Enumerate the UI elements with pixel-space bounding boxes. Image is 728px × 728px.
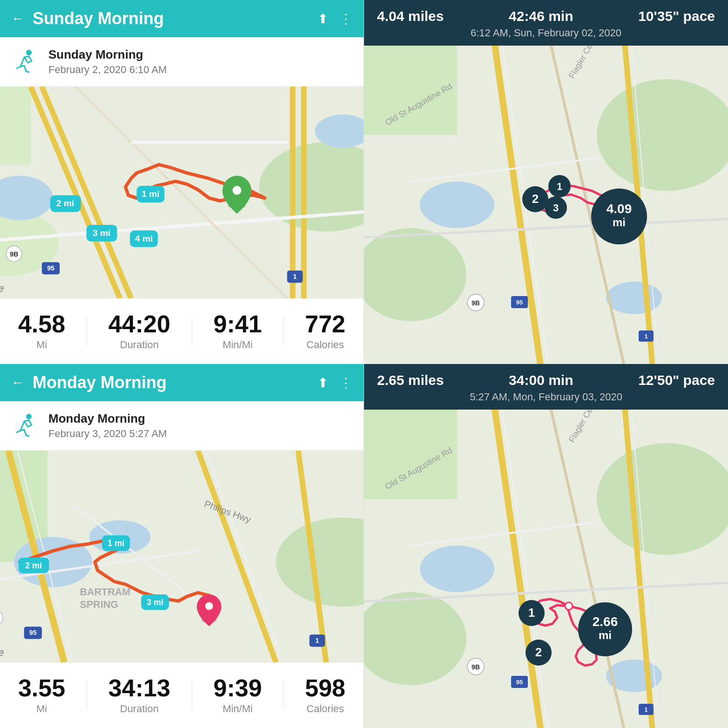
svg-point-99 [420, 546, 494, 592]
svg-text:1: 1 [315, 637, 319, 644]
monday-stats: 3.55 Mi 34:13 Duration 9:39 Min/Mi 598 C… [0, 662, 364, 728]
svg-text:2 mi: 2 mi [25, 561, 42, 570]
monday-pace-label: Min/Mi [222, 703, 253, 715]
svg-text:95: 95 [47, 264, 54, 272]
svg-text:9B: 9B [10, 250, 18, 258]
sunday-activity-date: February 2, 2020 6:10 AM [48, 64, 167, 76]
svg-text:1 mi: 1 mi [108, 539, 124, 548]
sunday-stats: 4.58 Mi 44:20 Duration 9:41 Min/Mi 772 C… [0, 298, 364, 364]
svg-rect-3 [0, 87, 31, 165]
svg-point-35 [420, 182, 494, 228]
sunday-run-pace: 10'35" pace [638, 8, 715, 24]
monday-calories-label: Calories [306, 703, 344, 715]
sunday-run-time: 42:46 min [509, 8, 573, 24]
sunday-divider-2 [192, 317, 192, 345]
svg-text:1: 1 [293, 273, 297, 280]
svg-text:Google: Google [0, 283, 4, 294]
monday-left-map[interactable]: Philips Hwy BARTRAM SPRING 2 mi 1 mi 3 m… [0, 451, 364, 662]
sunday-right-panel: 4.04 miles 42:46 min 10'35" pace 6:12 AM… [364, 0, 728, 364]
svg-text:Google: Google [0, 647, 4, 658]
sunday-duration-stat: 44:20 Duration [108, 312, 170, 351]
sunday-run-header: 4.04 miles 42:46 min 10'35" pace 6:12 AM… [364, 0, 728, 46]
sunday-pace-stat: 9:41 Min/Mi [214, 312, 262, 351]
sunday-left-map[interactable]: 2 mi 3 mi 1 mi 4 mi 9B 95 1 Google [0, 87, 364, 298]
monday-run-header: 2.65 miles 34:00 min 12'50" pace 5:27 AM… [364, 364, 728, 410]
sunday-calories-label: Calories [306, 339, 344, 351]
svg-text:3: 3 [553, 202, 559, 214]
sunday-duration-label: Duration [120, 339, 159, 351]
svg-text:3 mi: 3 mi [93, 228, 110, 238]
monday-more-icon[interactable]: ⋮ [339, 375, 352, 391]
monday-route-map[interactable]: Old St Augustine Rd Flagler Center Blvd … [364, 410, 728, 728]
svg-text:mi: mi [599, 629, 612, 641]
monday-header: ← Monday Morning ⬆ ⋮ [0, 364, 364, 401]
svg-text:95: 95 [516, 299, 523, 306]
sunday-left-panel: ← Sunday Morning ⬆ ⋮ Sunday Morning Febr… [0, 0, 364, 364]
sunday-duration-value: 44:20 [108, 312, 170, 336]
monday-back-button[interactable]: ← [11, 375, 24, 390]
svg-text:4 mi: 4 mi [135, 234, 153, 243]
svg-text:9B: 9B [472, 663, 480, 671]
monday-run-header-top: 2.65 miles 34:00 min 12'50" pace [377, 372, 715, 388]
sunday-run-miles: 4.04 miles [377, 8, 444, 24]
svg-text:2.66: 2.66 [593, 614, 618, 629]
monday-calories-stat: 598 Calories [305, 676, 345, 715]
sunday-share-icon[interactable]: ⬆ [317, 11, 328, 27]
sunday-calories-value: 772 [305, 312, 345, 336]
svg-text:2: 2 [532, 192, 539, 206]
svg-text:1: 1 [644, 706, 647, 713]
svg-text:SPRING: SPRING [80, 599, 118, 610]
monday-duration-stat: 34:13 Duration [108, 676, 170, 715]
svg-point-0 [26, 50, 32, 55]
sunday-more-icon[interactable]: ⋮ [339, 11, 352, 27]
monday-pace-value: 9:39 [214, 676, 262, 700]
svg-text:1: 1 [528, 606, 535, 620]
svg-text:4.09: 4.09 [607, 202, 632, 216]
monday-left-panel: ← Monday Morning ⬆ ⋮ Monday Morning Febr… [0, 364, 364, 728]
monday-divider-2 [192, 681, 192, 709]
svg-text:2: 2 [535, 645, 542, 659]
sunday-distance-stat: 4.58 Mi [18, 312, 65, 351]
svg-text:3 mi: 3 mi [147, 598, 163, 607]
svg-text:9B: 9B [472, 299, 480, 307]
monday-share-icon[interactable]: ⬆ [317, 375, 328, 391]
monday-distance-value: 3.55 [18, 676, 65, 700]
svg-text:1: 1 [644, 333, 647, 340]
sunday-run-icon [11, 48, 39, 76]
monday-distance-stat: 3.55 Mi [18, 676, 65, 715]
sunday-header-title: Sunday Morning [33, 9, 306, 28]
monday-distance-label: Mi [36, 703, 47, 715]
sunday-distance-value: 4.58 [18, 312, 65, 336]
sunday-route-map[interactable]: Old St Augustine Rd Flagler Center Blvd … [364, 46, 728, 364]
monday-activity-name: Monday Morning [48, 411, 167, 426]
svg-text:mi: mi [613, 216, 626, 229]
monday-right-panel: 2.65 miles 34:00 min 12'50" pace 5:27 AM… [364, 364, 728, 728]
monday-duration-label: Duration [120, 703, 159, 715]
monday-divider-1 [87, 681, 87, 709]
monday-run-icon [11, 412, 39, 440]
monday-activity-date: February 3, 2020 5:27 AM [48, 428, 167, 440]
svg-point-62 [26, 414, 32, 419]
sunday-run-date: 6:12 AM, Sun, February 02, 2020 [377, 27, 715, 39]
sunday-run-header-top: 4.04 miles 42:46 min 10'35" pace [377, 8, 715, 24]
monday-run-miles: 2.65 miles [377, 372, 444, 388]
sunday-divider-3 [283, 317, 283, 345]
monday-calories-value: 598 [305, 676, 345, 700]
sunday-pace-value: 9:41 [214, 312, 262, 336]
monday-run-date: 5:27 AM, Mon, February 03, 2020 [377, 391, 715, 403]
sunday-activity-name: Sunday Morning [48, 47, 167, 62]
svg-text:95: 95 [29, 629, 37, 636]
sunday-back-button[interactable]: ← [11, 11, 24, 26]
svg-point-23 [232, 186, 241, 195]
monday-divider-3 [283, 681, 283, 709]
sunday-header: ← Sunday Morning ⬆ ⋮ [0, 0, 364, 37]
svg-text:1 mi: 1 mi [142, 189, 159, 199]
svg-point-85 [205, 602, 213, 610]
sunday-divider-1 [87, 317, 87, 345]
monday-run-time: 34:00 min [509, 372, 573, 388]
sunday-distance-label: Mi [36, 339, 47, 351]
svg-text:BARTRAM: BARTRAM [80, 586, 130, 598]
svg-text:95: 95 [516, 679, 523, 686]
monday-header-title: Monday Morning [33, 373, 306, 392]
monday-activity-info: Monday Morning February 3, 2020 5:27 AM [0, 401, 364, 451]
